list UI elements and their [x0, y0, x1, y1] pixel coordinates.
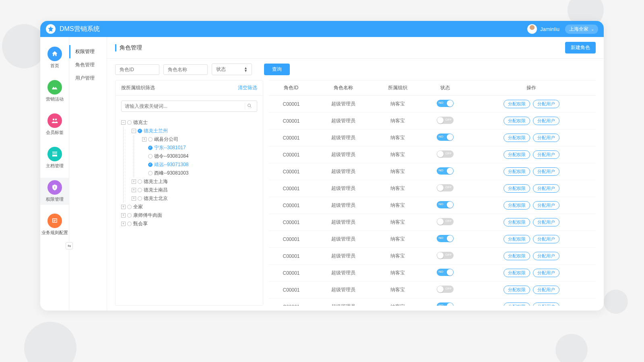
tree-radio[interactable] [127, 205, 132, 209]
nav-item[interactable]: 主档管理 [40, 144, 69, 171]
tree-toggle-icon[interactable]: + [132, 188, 136, 192]
tree-radio[interactable] [148, 171, 153, 175]
tree-toggle-icon[interactable]: − [121, 120, 126, 125]
assign-perm-button[interactable]: 分配权限 [504, 117, 530, 125]
collapse-sidebar-button[interactable]: ⇆ [66, 242, 73, 249]
subnav-item[interactable]: 权限管理 [69, 45, 107, 58]
query-button[interactable]: 查询 [264, 64, 290, 75]
nav-item[interactable]: 营销活动 [40, 78, 69, 105]
nav-item[interactable]: 会员标签 [40, 111, 69, 138]
tree-radio[interactable] [127, 222, 132, 226]
assign-user-button[interactable]: 分配用户 [533, 167, 559, 176]
tree-toggle-icon[interactable]: + [142, 137, 147, 142]
assign-perm-button[interactable]: 分配权限 [504, 167, 530, 176]
assign-user-button[interactable]: 分配用户 [533, 134, 559, 142]
nav-item[interactable]: 权限管理 [40, 178, 69, 205]
tree-radio[interactable] [127, 213, 132, 218]
tree-node[interactable]: +德克士南昌 [132, 186, 257, 194]
status-toggle[interactable]: OFF [437, 184, 454, 191]
status-toggle[interactable]: OFF [437, 286, 454, 293]
tree-radio[interactable] [148, 162, 153, 167]
assign-user-button[interactable]: 分配用户 [533, 201, 559, 210]
tree-radio[interactable] [148, 146, 153, 150]
status-toggle[interactable]: NO [437, 235, 454, 242]
tree-radio[interactable] [138, 129, 142, 133]
tree-node[interactable]: +康师傅牛肉面 [121, 211, 257, 220]
assign-user-button[interactable]: 分配用户 [533, 286, 559, 294]
assign-user-button[interactable]: 分配用户 [533, 218, 559, 226]
assign-perm-button[interactable]: 分配权限 [504, 100, 530, 108]
tree-toggle-icon[interactable]: + [121, 205, 126, 209]
tree-radio[interactable] [138, 188, 142, 192]
tree-node[interactable]: +德克士北京 [132, 194, 257, 203]
tree-toggle-icon[interactable]: + [132, 179, 136, 184]
tree-node[interactable]: −德克士 [121, 118, 257, 127]
assign-user-button[interactable]: 分配用户 [533, 184, 559, 193]
assign-perm-button[interactable]: 分配权限 [504, 134, 530, 142]
assign-perm-button[interactable]: 分配权限 [504, 302, 530, 306]
tree-toggle-icon[interactable]: + [121, 222, 126, 226]
cell-role-id: C00001 [269, 265, 314, 282]
assign-perm-button[interactable]: 分配权限 [504, 252, 530, 260]
location-select[interactable]: 上海全家 ⌄ [565, 25, 598, 34]
status-toggle[interactable]: NO [437, 201, 454, 208]
assign-perm-button[interactable]: 分配权限 [504, 286, 530, 294]
tree-node[interactable]: +岷县分公司 [142, 135, 257, 144]
toggle-knob [437, 252, 444, 259]
subnav-item[interactable]: 角色管理 [69, 58, 107, 72]
nav-item[interactable]: 业务规则配置 [40, 211, 69, 238]
tree-node[interactable]: 德令--93081084 [142, 152, 257, 160]
assign-perm-button[interactable]: 分配权限 [504, 201, 530, 210]
status-select[interactable]: 状态 ▲▼ [212, 64, 252, 75]
assign-user-button[interactable]: 分配用户 [533, 302, 559, 306]
status-toggle[interactable]: OFF [437, 150, 454, 158]
assign-perm-button[interactable]: 分配权限 [504, 269, 530, 277]
assign-perm-button[interactable]: 分配权限 [504, 218, 530, 226]
tree-toggle-icon[interactable]: − [132, 129, 136, 133]
table-row: C00001 超级管理员 纳客宝 OFF 分配权限 分配用户 [269, 248, 596, 265]
assign-perm-button[interactable]: 分配权限 [504, 235, 530, 243]
status-toggle[interactable]: OFF [437, 117, 454, 124]
tree-node[interactable]: 西峰--93081003 [142, 169, 257, 177]
tree-node[interactable]: +德克士上海 [132, 177, 257, 186]
tree-radio[interactable] [148, 154, 153, 158]
tree-toggle-icon[interactable]: + [132, 196, 136, 201]
assign-perm-button[interactable]: 分配权限 [504, 184, 530, 193]
assign-user-button[interactable]: 分配用户 [533, 252, 559, 260]
tree-toggle-icon[interactable]: + [121, 213, 126, 218]
tree-node[interactable]: +甄会享 [121, 220, 257, 228]
assign-user-button[interactable]: 分配用户 [533, 269, 559, 277]
tree-node[interactable]: −德克士兰州 [132, 127, 257, 135]
tree-node[interactable]: 靖远--93071308 [142, 160, 257, 169]
assign-perm-button[interactable]: 分配权限 [504, 150, 530, 159]
tree-search-input[interactable] [125, 103, 245, 109]
cell-role-name: 超级管理员 [314, 214, 373, 231]
tree-radio[interactable] [127, 120, 132, 125]
subnav-item[interactable]: 用户管理 [69, 72, 107, 85]
role-name-input[interactable] [163, 64, 208, 75]
assign-user-button[interactable]: 分配用户 [533, 100, 559, 108]
assign-user-button[interactable]: 分配用户 [533, 117, 559, 125]
status-toggle[interactable]: NO [437, 302, 454, 306]
status-toggle[interactable]: NO [437, 167, 454, 175]
tree-radio[interactable] [148, 137, 153, 142]
status-toggle[interactable]: OFF [437, 252, 454, 259]
status-toggle[interactable]: OFF [437, 218, 454, 225]
clear-filter-link[interactable]: 清空筛选 [238, 84, 257, 91]
tree-radio[interactable] [138, 196, 142, 201]
assign-user-button[interactable]: 分配用户 [533, 150, 559, 159]
tree-node[interactable]: 宁东--3081017 [142, 144, 257, 152]
tree-radio[interactable] [138, 179, 142, 184]
role-table-wrap: 角色ID角色名称所属组织状态操作 C00001 超级管理员 纳客宝 NO 分配权… [269, 80, 596, 306]
tree-node[interactable]: +全家 [121, 203, 257, 211]
nav-item[interactable]: 首页 [40, 44, 69, 71]
status-toggle[interactable]: NO [437, 100, 454, 107]
status-toggle[interactable]: NO [437, 134, 454, 141]
new-role-button[interactable]: 新建角色 [565, 42, 596, 53]
role-id-input[interactable] [115, 64, 159, 75]
assign-user-button[interactable]: 分配用户 [533, 235, 559, 243]
nav-label: 营销活动 [46, 96, 64, 102]
status-toggle[interactable]: NO [437, 269, 454, 276]
avatar[interactable] [527, 24, 537, 34]
search-icon[interactable] [245, 103, 254, 110]
